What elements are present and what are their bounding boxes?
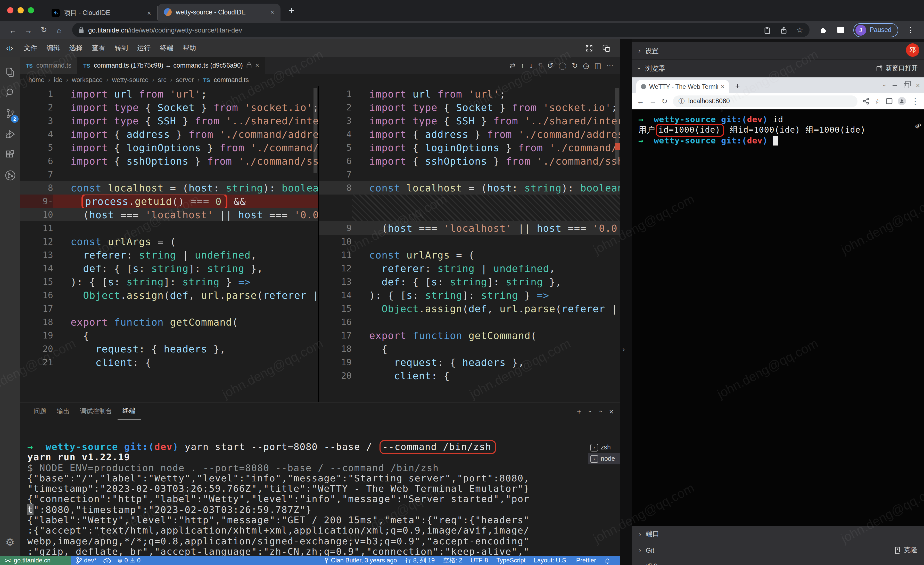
breadcrumb-item[interactable]: home (28, 77, 45, 84)
share-icon[interactable] (780, 26, 788, 34)
breadcrumb-item[interactable]: workspace (72, 77, 103, 84)
diff-pane-modified[interactable]: 1import url from 'url';2import type { So… (319, 86, 620, 402)
chevron-down-icon[interactable]: › (881, 84, 889, 87)
editor-tab-diff[interactable]: TS command.ts (17b75c98) ↔ command.ts (d… (78, 57, 265, 74)
bookmark-star-icon[interactable]: ☆ (875, 97, 880, 105)
breadcrumb-item[interactable]: server (176, 77, 194, 84)
zoom-window-icon[interactable] (28, 7, 34, 14)
side-panel-icon[interactable] (886, 98, 892, 104)
forward-icon[interactable]: → (22, 26, 35, 34)
menu-item[interactable]: 转到 (110, 44, 132, 52)
user-avatar[interactable]: 邓 (906, 44, 920, 57)
share-icon[interactable] (863, 98, 870, 105)
clone-button[interactable]: 克隆 (894, 545, 917, 554)
open-new-window-button[interactable]: 新窗口打开 (876, 64, 918, 73)
run-debug-icon[interactable] (0, 124, 20, 144)
new-tab-button[interactable]: + (289, 5, 294, 17)
preview-address-bar[interactable]: ⓘ localhost:8080 (673, 95, 858, 107)
panel-tab-调试控制台[interactable]: 调试控制台 (75, 403, 117, 420)
new-tab-icon[interactable]: + (735, 81, 740, 90)
remote-share-icon[interactable] (0, 165, 20, 186)
side-panel-icon[interactable] (837, 26, 844, 33)
split-editor-icon[interactable]: ◫ (594, 61, 601, 69)
diff-pane-original[interactable]: 1import url from 'url';2import type { So… (20, 86, 319, 402)
cursor-position[interactable]: 行 8, 列 19 (405, 556, 435, 565)
close-window-icon[interactable] (7, 7, 14, 14)
menu-item[interactable]: 运行 (132, 44, 155, 52)
timeline-icon[interactable]: ◷ (583, 61, 589, 69)
panel-tab-输出[interactable]: 输出 (52, 403, 75, 420)
next-change-icon[interactable]: ↻ (572, 61, 578, 69)
breadcrumb-item[interactable]: src (158, 77, 166, 84)
breadcrumb-item[interactable]: ide (54, 77, 62, 84)
preview-browser-tab[interactable]: WeTTY - The Web Terminal × (636, 80, 729, 93)
scrollbar-right[interactable] (615, 88, 619, 164)
forward-icon[interactable]: → (649, 97, 656, 105)
panel-tab-问题[interactable]: 问题 (28, 403, 52, 420)
wetty-settings-gear-icon[interactable]: ⚙⚙ (915, 120, 920, 132)
encoding[interactable]: UTF-8 (471, 557, 488, 564)
terminal-dropdown-icon[interactable]: › (586, 410, 594, 413)
breadcrumb-file[interactable]: command.ts (214, 77, 249, 84)
macos-window-controls[interactable] (0, 0, 45, 21)
indentation[interactable]: 空格: 2 (443, 556, 462, 565)
maximize-panel-icon[interactable]: › (596, 410, 604, 413)
terminal-output[interactable]: → wetty-source git:(dev) yarn start --po… (20, 420, 588, 556)
close-tab-icon[interactable]: × (270, 8, 274, 16)
menu-item[interactable]: 文件 (19, 44, 42, 52)
close-tab-icon[interactable]: × (721, 83, 724, 90)
collapse-panel-chevron-icon[interactable]: › (622, 345, 625, 353)
breadcrumb[interactable]: home›ide›workspace›wetty-source›src›serv… (20, 74, 620, 86)
restore-window-icon[interactable] (904, 83, 909, 88)
services-section-header[interactable]: › 服务 (632, 558, 924, 565)
browser-tab-project[interactable]: ‹t› 项目 - CloudIDE × (45, 6, 158, 20)
previous-diff-file-icon[interactable]: ↑ (521, 61, 524, 69)
close-tab-icon[interactable]: × (255, 62, 259, 69)
back-icon[interactable]: ← (637, 97, 644, 105)
ports-section-header[interactable]: › 端口 (632, 526, 924, 542)
close-tab-icon[interactable]: × (147, 9, 151, 17)
home-icon[interactable]: ⌂ (52, 26, 66, 34)
scrollbar-left[interactable] (314, 88, 317, 173)
minimize-window-icon[interactable] (18, 7, 24, 14)
sync-changes-item[interactable] (103, 557, 111, 563)
whitespace-icon[interactable]: ¶ (538, 61, 542, 69)
change-dot-icon[interactable]: ◯ (558, 61, 566, 69)
close-window-icon[interactable]: × (916, 81, 920, 89)
panel-tab-终端[interactable]: 终端 (117, 403, 141, 420)
explorer-icon[interactable] (0, 62, 20, 83)
bookmark-star-icon[interactable]: ☆ (796, 26, 803, 34)
keyboard-layout[interactable]: Layout: U.S. (534, 557, 568, 564)
profile-icon[interactable] (898, 97, 906, 105)
problems-item[interactable]: ⊗ 0 ⚠ 0 (118, 557, 141, 564)
source-control-icon[interactable]: 2 (0, 103, 20, 124)
breadcrumb-item[interactable]: wetty-source (112, 77, 148, 84)
close-panel-icon[interactable]: × (609, 407, 614, 416)
previous-change-icon[interactable]: ↺ (548, 61, 553, 69)
search-icon[interactable] (0, 83, 20, 103)
reload-icon[interactable]: ↻ (662, 97, 668, 105)
back-icon[interactable]: ← (6, 26, 20, 34)
layout-icon[interactable] (602, 44, 610, 52)
next-diff-file-icon[interactable]: ↓ (530, 61, 533, 69)
profile-paused-badge[interactable]: J Paused (853, 23, 898, 37)
terminal-session-zsh[interactable]: ›zsh (588, 442, 620, 453)
fullscreen-icon[interactable] (585, 44, 593, 52)
terminal-session-node[interactable]: ›node (588, 453, 620, 464)
notifications-bell-icon[interactable] (604, 557, 610, 564)
clipboard-icon[interactable] (764, 26, 771, 34)
browser-section-header[interactable]: › 浏览器 新窗口打开 (632, 60, 924, 77)
extensions-puzzle-icon[interactable] (819, 26, 827, 34)
settings-section-header[interactable]: › 设置 (632, 42, 924, 60)
browser-menu-dots-icon[interactable]: ⋮ (907, 26, 914, 34)
settings-gear-icon[interactable]: ⚙ (5, 536, 15, 548)
commit-info-item[interactable]: Cian Butler, 3 years ago (324, 557, 397, 564)
info-icon[interactable]: ⓘ (678, 97, 684, 105)
menu-item[interactable]: 终端 (155, 44, 178, 52)
menu-item[interactable]: 编辑 (42, 44, 64, 52)
formatter[interactable]: Prettier (576, 557, 596, 564)
reload-icon[interactable]: ↻ (37, 25, 51, 35)
remote-indicator[interactable]: >< go.titanide.cn (0, 556, 70, 565)
git-branch-item[interactable]: dev* (76, 557, 96, 564)
menu-item[interactable]: 选择 (64, 44, 87, 52)
